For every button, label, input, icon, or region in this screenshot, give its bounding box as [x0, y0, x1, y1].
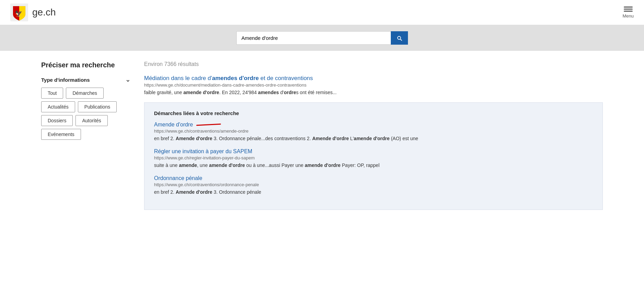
- result-url-mediation: https://www.ge.ch/document/mediation-dan…: [144, 82, 603, 88]
- chevron-down-icon: ⌄: [125, 76, 130, 83]
- main-content: Préciser ma recherche Type d'information…: [0, 51, 644, 220]
- svg-text:🦅: 🦅: [15, 10, 23, 18]
- filter-buttons: Tout Démarches Actualités Publications D…: [41, 88, 130, 140]
- result-link-mediation[interactable]: Médiation dans le cadre d'amendes d'ordr…: [144, 75, 313, 81]
- demarche-link-row-ordonnance: Ordonnance pénale: [154, 175, 593, 181]
- search-form: [236, 31, 408, 45]
- search-input[interactable]: [236, 31, 391, 45]
- filter-publications[interactable]: Publications: [78, 101, 117, 112]
- demarche-snippet-amende: en bref 2. Amende d'ordre 3. Ordonnance …: [154, 135, 593, 142]
- demarche-url-amende: https://www.ge.ch/contraventions/amende-…: [154, 128, 593, 134]
- results-count: Environ 7366 résultats: [144, 61, 603, 67]
- filter-autorites[interactable]: Autorités: [75, 115, 107, 126]
- demarche-link-row-amende: Amende d'ordre: [154, 122, 593, 128]
- search-icon: [396, 35, 402, 41]
- filter-demarches[interactable]: Démarches: [66, 88, 104, 99]
- demarche-snippet-ordonnance: en bref 2. Amende d'ordre 3. Ordonnance …: [154, 189, 593, 196]
- results-section: Environ 7366 résultats Médiation dans le…: [144, 61, 603, 210]
- site-header: 🦅 ge.ch Menu: [0, 0, 644, 25]
- demarche-link-row-regler: Régler une invitation à payer du SAPEM: [154, 148, 593, 155]
- demarche-link-amende-ordre[interactable]: Amende d'ordre: [154, 122, 193, 128]
- menu-label: Menu: [622, 13, 634, 19]
- demarche-link-ordonnance[interactable]: Ordonnance pénale: [154, 175, 202, 181]
- site-title: ge.ch: [32, 7, 56, 18]
- filter-actualites[interactable]: Actualités: [41, 101, 75, 112]
- sidebar: Préciser ma recherche Type d'information…: [41, 61, 130, 210]
- menu-button[interactable]: Menu: [622, 7, 634, 19]
- demarche-url-regler: https://www.ge.ch/regler-invitation-paye…: [154, 155, 593, 160]
- menu-bar-3: [624, 11, 633, 12]
- demarche-snippet-regler: suite à une amende, une amende d'ordre o…: [154, 162, 593, 169]
- search-button[interactable]: [391, 31, 408, 45]
- search-section: [0, 25, 644, 51]
- filter-evenements[interactable]: Evénements: [41, 129, 81, 140]
- filter-tout[interactable]: Tout: [41, 88, 63, 99]
- red-arrow-icon: [196, 122, 224, 127]
- result-snippet-mediation: faible gravité, une amende d'ordre. En 2…: [144, 89, 603, 96]
- sidebar-title: Préciser ma recherche: [41, 61, 130, 69]
- demarches-box: Démarches liées à votre recherche Amende…: [144, 102, 603, 210]
- logo-area: 🦅 ge.ch: [10, 3, 56, 21]
- menu-bar-2: [624, 9, 633, 10]
- filter-section-header[interactable]: Type d'informations ⌄: [41, 76, 130, 83]
- demarche-item-regler: Régler une invitation à payer du SAPEM h…: [154, 148, 593, 169]
- filter-dossiers[interactable]: Dossiers: [41, 115, 73, 126]
- filter-section-label: Type d'informations: [41, 77, 90, 83]
- demarche-url-ordonnance: https://www.ge.ch/contraventions/ordonna…: [154, 182, 593, 187]
- demarche-item-ordonnance: Ordonnance pénale https://www.ge.ch/cont…: [154, 175, 593, 196]
- result-item-mediation: Médiation dans le cadre d'amendes d'ordr…: [144, 75, 603, 96]
- demarches-box-title: Démarches liées à votre recherche: [154, 110, 593, 116]
- demarche-item-amende-ordre: Amende d'ordre https://www.ge.ch/contrav…: [154, 122, 593, 142]
- menu-bar-1: [624, 7, 633, 8]
- coat-of-arms-icon: 🦅: [10, 3, 28, 21]
- demarche-link-regler[interactable]: Régler une invitation à payer du SAPEM: [154, 148, 252, 155]
